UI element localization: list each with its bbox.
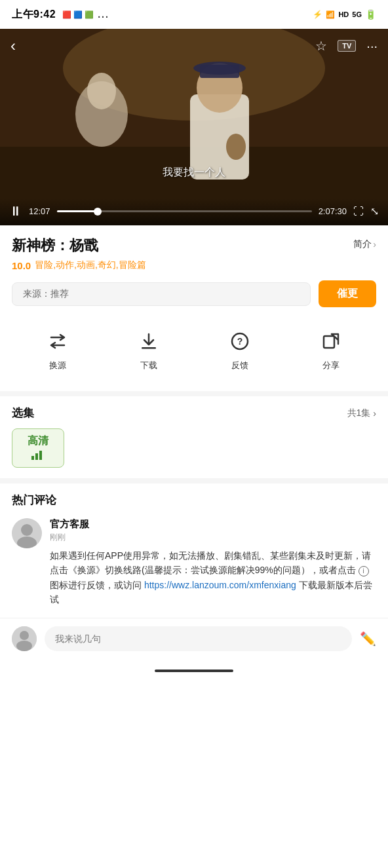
- signal-icon: 📶: [326, 10, 335, 19]
- edit-icon[interactable]: ✏️: [360, 631, 376, 647]
- episodes-total[interactable]: 共1集 ›: [347, 407, 376, 419]
- pause-button[interactable]: ⏸: [9, 204, 22, 219]
- action-switch-source-label: 换源: [49, 360, 66, 371]
- comments-divider: [0, 478, 388, 483]
- comment-item: 官方客服 刚刚 如果遇到任何APP使用异常，如无法播放、剧集错乱、某些剧集未及时…: [12, 518, 376, 607]
- star-icon[interactable]: ☆: [315, 38, 327, 54]
- comment-text: 如果遇到任何APP使用异常，如无法播放、剧集错乱、某些剧集未及时更新，请点击《换…: [50, 548, 376, 607]
- source-tag[interactable]: 来源：推荐: [12, 282, 311, 306]
- comments-section: 热门评论 官方客服 刚刚 如果遇到任何APP使用异常，如无法播放、剧集错乱、某些…: [0, 483, 388, 607]
- tags-text: 冒险,动作,动画,奇幻,冒险篇: [35, 259, 146, 271]
- comment-input-bar: ✏️: [0, 618, 388, 664]
- intro-label: 简介: [353, 238, 372, 250]
- status-apps: 🟥 🟦 🟩: [62, 10, 94, 19]
- intro-arrow: ›: [373, 239, 376, 250]
- intro-link[interactable]: 简介 ›: [353, 238, 376, 250]
- svg-text:?: ?: [237, 336, 242, 347]
- action-share[interactable]: 分享: [317, 327, 345, 371]
- rating: 10.0: [12, 260, 31, 271]
- progress-bar[interactable]: [57, 210, 312, 212]
- input-avatar: [12, 626, 37, 651]
- urge-button[interactable]: 催更: [319, 280, 376, 307]
- status-dots: ...: [98, 9, 109, 20]
- main-content: 新神榜：杨戬 简介 › 10.0 冒险,动作,动画,奇幻,冒险篇 来源：推荐 催…: [0, 225, 388, 378]
- pip-icon[interactable]: ⛶: [353, 206, 364, 217]
- episodes-arrow: ›: [373, 408, 376, 419]
- status-time: 上午9:42: [12, 8, 56, 22]
- action-switch-source[interactable]: 换源: [43, 327, 72, 371]
- episodes-title: 选集: [12, 406, 34, 421]
- video-scene: [0, 29, 388, 225]
- total-time: 2:07:30: [319, 206, 347, 216]
- status-icons: ⚡ 📶 HD 5G 🔋: [313, 9, 376, 20]
- network-type: HD: [338, 10, 349, 18]
- title-row: 新神榜：杨戬 简介 ›: [12, 236, 376, 255]
- episode-label: 高清: [28, 434, 48, 448]
- video-subtitle: 我要找一个人: [163, 166, 225, 179]
- tv-badge[interactable]: TV: [338, 40, 356, 52]
- comment-time: 刚刚: [50, 532, 376, 543]
- episode-item-hd[interactable]: 高清: [12, 428, 64, 468]
- svg-rect-16: [39, 451, 42, 460]
- actions-row: 换源 下载 ? 反馈: [12, 320, 376, 378]
- comment-input[interactable]: [45, 626, 352, 651]
- feedback-icon: ?: [225, 327, 254, 356]
- svg-point-9: [226, 134, 246, 160]
- progress-thumb[interactable]: [94, 208, 102, 216]
- switch-source-icon: [43, 327, 72, 356]
- current-time: 12:07: [29, 206, 50, 216]
- quality-bars-icon: [31, 451, 45, 462]
- fullscreen-icon[interactable]: ⤡: [370, 205, 379, 217]
- status-bar: 上午9:42 🟥 🟦 🟩 ... ⚡ 📶 HD 5G 🔋: [0, 0, 388, 29]
- 5g-icon: 5G: [352, 10, 362, 18]
- episodes-header: 选集 共1集 ›: [12, 406, 376, 421]
- svg-point-4: [87, 73, 116, 109]
- comment-avatar: [12, 518, 42, 548]
- svg-rect-8: [200, 65, 239, 78]
- svg-rect-10: [142, 347, 156, 349]
- episodes-section: 选集 共1集 › 高清: [0, 396, 388, 478]
- comment-content: 官方客服 刚刚 如果遇到任何APP使用异常，如无法播放、剧集错乱、某些剧集未及时…: [50, 518, 376, 607]
- battery-icon: 🔋: [365, 9, 376, 20]
- svg-rect-15: [35, 453, 38, 460]
- action-download-label: 下载: [140, 360, 157, 371]
- video-background: [0, 29, 388, 225]
- video-player[interactable]: ‹ ☆ TV ··· 我要找一个人 ⏸ 12:07 2:07:30 ⛶ ⤡: [0, 29, 388, 225]
- home-indicator: [0, 664, 388, 677]
- video-top-controls: ‹ ☆ TV ···: [0, 37, 388, 55]
- back-button[interactable]: ‹: [10, 37, 16, 55]
- svg-rect-13: [324, 336, 334, 348]
- source-row: 来源：推荐 催更: [12, 280, 376, 307]
- comments-title: 热门评论: [12, 493, 376, 508]
- svg-point-18: [21, 524, 33, 536]
- download-icon: [134, 327, 163, 356]
- bluetooth-icon: ⚡: [313, 10, 322, 19]
- video-bottom-controls: ⏸ 12:07 2:07:30 ⛶ ⤡: [0, 198, 388, 225]
- svg-point-22: [16, 641, 32, 651]
- svg-rect-14: [31, 456, 34, 460]
- tags-row: 10.0 冒险,动作,动画,奇幻,冒险篇: [12, 259, 376, 271]
- episodes-total-label: 共1集: [347, 407, 371, 419]
- action-feedback[interactable]: ? 反馈: [225, 327, 254, 371]
- action-feedback-label: 反馈: [231, 360, 248, 371]
- action-share-label: 分享: [322, 360, 340, 371]
- action-download[interactable]: 下载: [134, 327, 163, 371]
- home-bar: [155, 670, 233, 672]
- comment-link[interactable]: https://wwz.lanzoum.com/xmfenxiang: [144, 580, 296, 590]
- share-icon: [317, 327, 345, 356]
- video-title: 新神榜：杨戬: [12, 236, 98, 255]
- section-divider: [0, 391, 388, 396]
- comment-author: 官方客服: [50, 518, 376, 531]
- progress-fill: [57, 210, 98, 212]
- svg-point-21: [20, 631, 29, 640]
- more-icon[interactable]: ···: [366, 39, 378, 54]
